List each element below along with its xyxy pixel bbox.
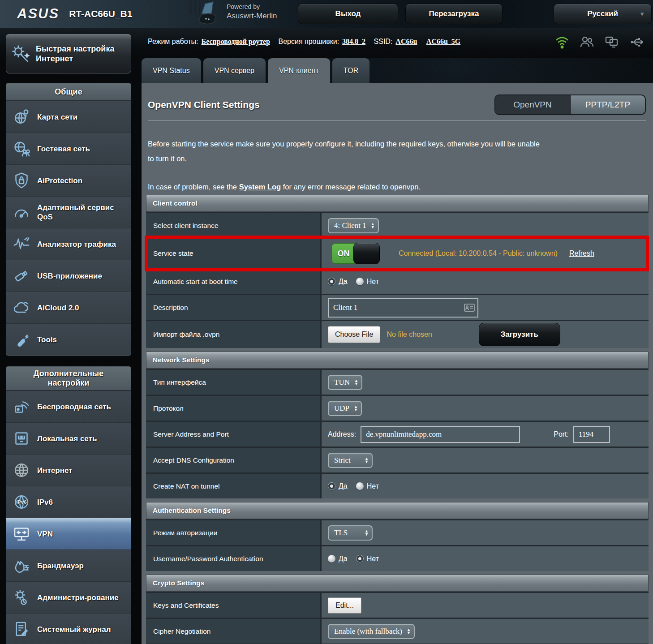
sidebar-item-lan[interactable]: Локальная сеть bbox=[6, 422, 131, 454]
top-banner: ASUS RT-AC66U_B1 Powered by Asuswrt-Merl… bbox=[0, 0, 653, 29]
server-port-input[interactable] bbox=[573, 426, 610, 443]
accept-dns-select[interactable]: Strict ▲▼ bbox=[328, 453, 373, 468]
vpn-tabbar: VPN Status VPN сервер VPN-клиент TOR bbox=[142, 58, 369, 83]
row-keys-certificates: Keys and Certificates Edit... bbox=[146, 592, 649, 618]
row-import-ovpn: Импорт файла .ovpn Choose File No file c… bbox=[146, 320, 649, 348]
sidebar-item-vpn[interactable]: VPN bbox=[6, 518, 131, 550]
userpass-no-radio[interactable] bbox=[356, 555, 364, 562]
row-userpass-auth: Username/Password Authentication Да Нет bbox=[146, 545, 649, 571]
cipher-negotiation-select[interactable]: Enable (with fallback) ▲▼ bbox=[328, 624, 415, 639]
connection-status: Connected (Local: 10.200.0.54 - Public: … bbox=[399, 249, 558, 258]
clients-icon[interactable] bbox=[580, 35, 594, 49]
quick-setup-button[interactable]: Быстрая настройка Интернет bbox=[6, 34, 131, 73]
sidebar-item-network-map[interactable]: Карта сети bbox=[6, 101, 131, 133]
userpass-yes-radio[interactable] bbox=[328, 555, 335, 562]
row-create-nat: Create NAT on tunnel Да Нет bbox=[146, 472, 649, 498]
sidebar-item-firewall[interactable]: Брандмауэр bbox=[6, 550, 131, 581]
no-file-chosen-text: No file chosen bbox=[387, 331, 432, 339]
upload-button[interactable]: Загрузить bbox=[479, 323, 560, 346]
language-label: Русский bbox=[587, 9, 618, 18]
row-auth-mode: Режим авторизации TLS ▲▼ bbox=[146, 519, 649, 545]
pptp-l2tp-mode-button[interactable]: PPTP/L2TP bbox=[570, 95, 645, 114]
sidebar-item-wan[interactable]: Интернет bbox=[6, 454, 131, 486]
sidebar-item-traffic-analyzer[interactable]: Анализатор трафика bbox=[6, 228, 131, 260]
devices-icon[interactable] bbox=[605, 35, 619, 49]
ssid-2g-link[interactable]: AC66u bbox=[395, 38, 417, 45]
sidebar-item-aicloud[interactable]: AiCloud 2.0 bbox=[6, 292, 131, 323]
edit-keys-button[interactable]: Edit... bbox=[328, 597, 361, 614]
title-divider bbox=[148, 120, 646, 121]
description-input[interactable] bbox=[328, 298, 478, 318]
tab-vpn-server[interactable]: VPN сервер bbox=[203, 58, 266, 83]
router-model: RT-AC66U_B1 bbox=[69, 9, 132, 19]
system-log-icon bbox=[12, 620, 31, 638]
sidebar-item-system-log[interactable]: Системный журнал bbox=[6, 613, 131, 644]
sidebar-item-tools[interactable]: Tools bbox=[6, 323, 131, 355]
section-network-settings: Network Settings bbox=[146, 352, 649, 369]
row-interface-type: Тип интерфейса TUN ▲▼ bbox=[146, 369, 649, 395]
sidebar-item-usb-application[interactable]: USB-приложение bbox=[6, 260, 131, 292]
ssid-5g-link[interactable]: AC66u_5G bbox=[426, 38, 460, 45]
server-address-input[interactable] bbox=[361, 426, 520, 443]
brand-block: ASUS RT-AC66U_B1 bbox=[17, 6, 132, 22]
sidebar-item-adaptive-qos[interactable]: Адаптивный сервис QoS bbox=[6, 196, 131, 228]
main-panel: OpenVPN Client Settings OpenVPN PPTP/L2T… bbox=[142, 83, 653, 644]
intro-log-text: In case of problem, see the System Log f… bbox=[148, 183, 421, 191]
lan-icon bbox=[12, 429, 31, 447]
language-select[interactable]: Русский ▼ bbox=[554, 4, 652, 24]
aiprotection-icon bbox=[12, 172, 31, 189]
logout-button[interactable]: Выход bbox=[298, 4, 398, 24]
sidebar-item-wireless[interactable]: Беспроводная сеть bbox=[6, 391, 131, 422]
tools-icon bbox=[12, 331, 31, 348]
aicloud-icon bbox=[12, 299, 31, 317]
wifi-status-icon[interactable] bbox=[555, 35, 569, 49]
tab-vpn-client[interactable]: VPN-клиент bbox=[268, 58, 330, 83]
interface-type-select[interactable]: TUN ▲▼ bbox=[328, 375, 362, 390]
quick-setup-icon bbox=[11, 43, 30, 64]
auto-start-yes-radio[interactable] bbox=[328, 278, 335, 285]
reboot-button[interactable]: Перезагрузка bbox=[405, 4, 503, 24]
sidebar-item-aiprotection[interactable]: AiProtection bbox=[6, 164, 131, 196]
refresh-link[interactable]: Refresh bbox=[569, 249, 594, 258]
nat-yes-radio[interactable] bbox=[328, 482, 335, 490]
protocol-select[interactable]: UDP ▲▼ bbox=[328, 401, 362, 416]
svg-text:IPv6: IPv6 bbox=[16, 499, 26, 505]
tab-vpn-status[interactable]: VPN Status bbox=[142, 58, 201, 83]
vpn-icon bbox=[12, 525, 31, 543]
sidebar-general: Общие Карта сети Гостевая сеть AiProtect… bbox=[6, 83, 131, 356]
router-admin-page: ASUS RT-AC66U_B1 Powered by Asuswrt-Merl… bbox=[0, 0, 653, 644]
sidebar-item-ipv6[interactable]: IPv6 IPv6 bbox=[6, 486, 131, 518]
sidebar-item-administration[interactable]: Администри-рование bbox=[6, 581, 131, 613]
system-log-link[interactable]: System Log bbox=[239, 183, 281, 191]
row-server-address: Server Address and Port Address: Port: bbox=[146, 421, 649, 447]
service-state-toggle[interactable]: ON bbox=[331, 243, 380, 264]
sidebar-general-title: Общие bbox=[6, 83, 131, 101]
system-info-line: Режим работы:Беспроводной роутер Версия … bbox=[148, 38, 460, 46]
choose-file-button[interactable]: Choose File bbox=[328, 326, 380, 343]
address-label: Address: bbox=[328, 430, 356, 438]
merlin-router-mascot bbox=[178, 0, 228, 28]
administration-icon bbox=[12, 588, 31, 606]
auto-start-no-radio[interactable] bbox=[356, 278, 364, 285]
guest-network-icon bbox=[12, 140, 31, 158]
openvpn-mode-button[interactable]: OpenVPN bbox=[495, 95, 570, 114]
row-accept-dns: Accept DNS Configuration Strict ▲▼ bbox=[146, 447, 649, 472]
tab-tor[interactable]: TOR bbox=[332, 58, 369, 83]
mode-label: Режим работы: bbox=[148, 38, 198, 45]
nat-no-radio[interactable] bbox=[356, 482, 364, 490]
client-instance-select[interactable]: 4: Client 1 ▲▼ bbox=[328, 218, 379, 233]
adaptive-qos-icon bbox=[12, 203, 31, 221]
sidebar-item-guest-network[interactable]: Гостевая сеть bbox=[6, 133, 131, 164]
operation-mode-link[interactable]: Беспроводной роутер bbox=[202, 38, 270, 45]
powered-by: Powered by Asuswrt-Merlin bbox=[227, 3, 277, 21]
row-cipher-negotiation: Cipher Negotiation Enable (with fallback… bbox=[146, 618, 649, 644]
usb-application-icon bbox=[12, 267, 31, 285]
row-auto-start: Automatic start at boot time Да Нет bbox=[146, 268, 649, 294]
network-map-icon bbox=[12, 108, 31, 126]
sidebar-advanced-title: Дополнительные настройки bbox=[21, 369, 116, 388]
firmware-version-link[interactable]: 384.8_2 bbox=[342, 38, 365, 45]
row-description: Description bbox=[146, 294, 649, 320]
usb-status-icon[interactable] bbox=[630, 35, 645, 49]
wireless-icon bbox=[12, 398, 31, 416]
auth-mode-select[interactable]: TLS ▲▼ bbox=[328, 525, 373, 541]
